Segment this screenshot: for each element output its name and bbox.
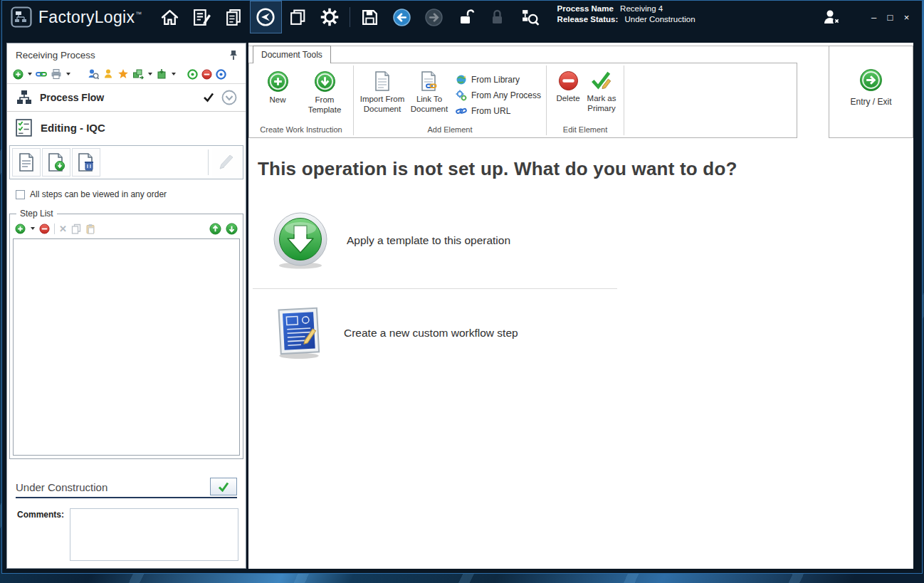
info-button[interactable] (216, 69, 226, 80)
mark-as-primary-button[interactable]: Mark as Primary (584, 70, 619, 113)
divider (248, 46, 913, 46)
export-dropdown-caret[interactable] (148, 73, 152, 75)
any-order-label: All steps can be viewed in any order (30, 189, 167, 199)
template-download-icon (314, 70, 336, 93)
process-search-button[interactable] (514, 1, 546, 33)
add-dropdown-caret[interactable] (28, 73, 32, 75)
import-document-icon (374, 70, 391, 92)
from-any-process-label: From Any Process (471, 90, 541, 100)
panel-header: Receiving Process (7, 43, 246, 65)
window-controls: – □ × (821, 8, 915, 26)
create-workflow-option[interactable]: Create a new custom workflow step (272, 306, 913, 360)
green-check-icon (218, 482, 229, 492)
url-link-icon (456, 105, 467, 117)
apply-template-option[interactable]: Apply a template to this operation (272, 211, 913, 270)
tab-document-tools[interactable]: Document Tools (253, 46, 331, 63)
print-dropdown-caret[interactable] (66, 73, 70, 75)
edit-list-button[interactable] (186, 1, 218, 33)
process-info: Process Name Receiving 4 Release Status:… (557, 1, 695, 25)
group-create-work-instruction: New From Template Creat (249, 63, 353, 137)
from-template-button[interactable]: From Template (301, 70, 348, 115)
delete-button[interactable]: Delete (552, 70, 584, 104)
navigate-button[interactable] (250, 1, 282, 33)
entry-exit-button[interactable]: Entry / Exit (829, 46, 913, 138)
new-document-step-button[interactable] (12, 148, 41, 177)
copy-pages-button[interactable] (282, 1, 314, 33)
paste-button[interactable] (85, 224, 95, 234)
collapse-button[interactable] (221, 90, 237, 105)
copy-button[interactable] (71, 224, 81, 234)
link-to-document-button[interactable]: Link To Document (406, 70, 453, 114)
create-workflow-label: Create a new custom workflow step (344, 327, 518, 340)
content-area: Receiving Process (2, 33, 922, 573)
remove-step-button[interactable] (39, 224, 50, 234)
back-button[interactable] (386, 1, 418, 33)
app-name-text: FactoryLogix (38, 8, 135, 26)
from-library-button[interactable]: From Library (456, 72, 541, 88)
settings-button[interactable] (314, 1, 346, 33)
gear-icon (320, 7, 340, 27)
comments-input[interactable] (70, 508, 238, 561)
documents-button[interactable] (218, 1, 250, 33)
disable-button[interactable] (201, 69, 212, 80)
process-flow-row[interactable]: Process Flow (7, 84, 246, 111)
forward-button[interactable] (418, 1, 450, 33)
new-label: New (269, 95, 285, 105)
apply-template-label: Apply a template to this operation (347, 234, 510, 247)
divider (54, 224, 55, 234)
app-logo: FactoryLogix™ (11, 6, 142, 28)
process-flow-label: Process Flow (40, 92, 196, 103)
editing-label: Editing - IQC (41, 122, 105, 134)
copy-pages-icon (288, 8, 308, 27)
from-any-process-button[interactable]: From Any Process (456, 88, 541, 103)
save-button[interactable] (354, 1, 386, 33)
trademark: ™ (135, 11, 142, 18)
new-button[interactable]: New (254, 70, 301, 105)
mark-primary-icon (591, 70, 612, 91)
edit-list-icon (192, 8, 211, 27)
add-step-button[interactable] (15, 224, 26, 234)
link-button[interactable] (36, 68, 47, 80)
enable-button[interactable] (187, 69, 198, 80)
add-step-dropdown-caret[interactable] (31, 227, 35, 230)
document-icon (18, 152, 35, 172)
any-order-checkbox[interactable] (16, 190, 25, 199)
process-name-value: Receiving 4 (620, 4, 663, 13)
user-button[interactable] (103, 68, 114, 80)
step-list[interactable] (13, 238, 240, 456)
maximize-button[interactable]: □ (882, 12, 898, 23)
editing-checklist-icon (14, 118, 33, 137)
from-url-button[interactable]: From URL (456, 103, 541, 119)
move-up-button[interactable] (209, 223, 221, 235)
add-button[interactable] (13, 69, 23, 80)
approve-status-button[interactable] (210, 478, 237, 495)
delete-step-button[interactable] (72, 148, 100, 177)
user-button[interactable] (821, 8, 841, 26)
step-list-group: Step List ✕ (9, 214, 243, 459)
minimize-button[interactable]: – (866, 12, 882, 23)
edit-step-button[interactable] (212, 148, 241, 177)
pin-icon[interactable] (229, 50, 238, 61)
process-name-label: Process Name (557, 4, 614, 13)
import-template-step-button[interactable] (42, 148, 70, 177)
group-label: Create Work Instruction (251, 124, 352, 137)
user-logout-icon (821, 8, 841, 26)
import-dropdown-caret[interactable] (172, 73, 176, 75)
page-title: This operation is not set up. What do yo… (258, 158, 913, 180)
custom-workflow-icon (272, 306, 326, 360)
move-down-button[interactable] (226, 223, 238, 235)
close-button[interactable]: × (898, 12, 915, 23)
app-name: FactoryLogix™ (38, 8, 142, 27)
unlock-button[interactable] (450, 1, 482, 33)
view-order-option[interactable]: All steps can be viewed in any order (7, 181, 246, 205)
export-steps-button[interactable] (132, 68, 144, 80)
highlight-button[interactable] (117, 68, 129, 80)
cut-icon[interactable]: ✕ (59, 224, 67, 233)
import-steps-button[interactable] (156, 68, 167, 80)
import-from-document-button[interactable]: Import From Document (359, 70, 406, 114)
find-user-button[interactable] (88, 68, 99, 80)
lock-button[interactable] (482, 1, 514, 33)
document-import-icon (47, 152, 65, 172)
print-button[interactable] (51, 68, 62, 80)
home-button[interactable] (154, 1, 186, 33)
